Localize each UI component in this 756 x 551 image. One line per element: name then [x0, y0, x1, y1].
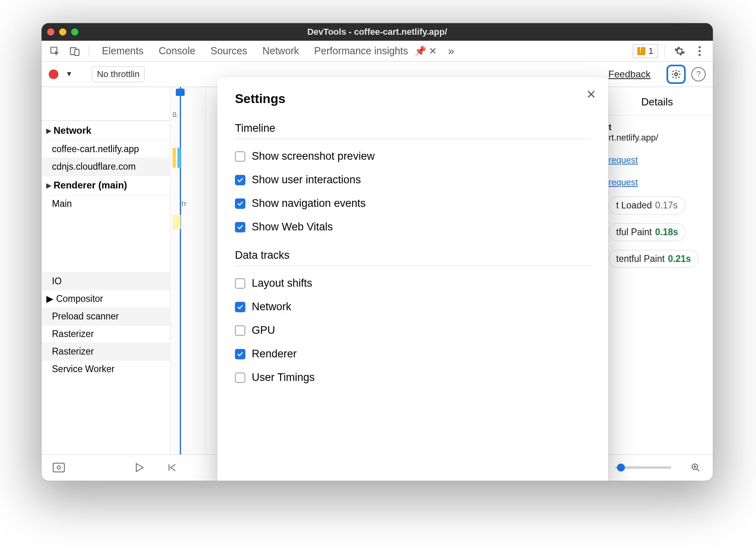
metric-value: 0.21s — [668, 254, 691, 264]
checkbox[interactable] — [235, 198, 245, 209]
checkbox[interactable] — [235, 175, 245, 185]
checkbox[interactable] — [235, 349, 245, 359]
warning-icon — [637, 47, 645, 55]
details-request-link[interactable]: request — [609, 177, 638, 188]
close-settings-icon[interactable]: ✕ — [586, 87, 596, 101]
settings-option-row[interactable]: Show screenshot preview — [235, 150, 591, 163]
titlebar: DevTools - coffee-cart.netlify.app/ — [42, 23, 713, 41]
zoom-slider[interactable] — [615, 466, 671, 469]
network-host-row[interactable]: coffee-cart.netlify.app — [42, 140, 170, 158]
metric-pill[interactable]: t Loaded 0.17s — [609, 196, 685, 214]
zoom-slider-thumb[interactable] — [617, 464, 625, 472]
timeline-bar — [177, 148, 181, 168]
renderer-track-row[interactable]: Service Worker — [42, 360, 170, 378]
settings-option-label: User Timings — [252, 371, 315, 384]
zoom-window-button[interactable] — [71, 28, 78, 36]
screenshot-preview-icon[interactable] — [50, 459, 67, 476]
chevron-right-icon: ▶ — [46, 127, 51, 135]
checkbox[interactable] — [235, 278, 245, 289]
devtools-settings-icon[interactable] — [671, 43, 688, 59]
track-label: Compositor — [56, 293, 103, 304]
panel-settings-button[interactable] — [666, 65, 686, 84]
close-tab-icon[interactable]: ✕ — [429, 46, 437, 57]
details-host-line: rt.netlify.app/ — [609, 133, 706, 143]
zoom-in-icon[interactable] — [687, 459, 704, 476]
tab-sources[interactable]: Sources — [211, 45, 247, 57]
settings-option-row[interactable]: Show user interactions — [235, 174, 591, 186]
metric-pill[interactable]: tful Paint 0.18s — [609, 223, 686, 241]
timeline-bar — [173, 148, 176, 168]
rewind-to-start-icon[interactable] — [164, 459, 181, 476]
timeline-tick: 0. — [173, 111, 178, 119]
tab-performance-insights[interactable]: Performance insights — [314, 45, 408, 57]
settings-option-row[interactable]: Show Web Vitals — [235, 221, 591, 233]
settings-option-row[interactable]: Network — [235, 301, 591, 313]
tab-elements[interactable]: Elements — [102, 45, 143, 57]
issues-badge[interactable]: 1 — [633, 44, 658, 58]
network-section-label: Network — [54, 125, 92, 136]
kebab-menu-icon[interactable] — [691, 43, 708, 59]
details-header: Details — [601, 87, 713, 116]
timeline-ruler[interactable]: 0. Iᴛ — [170, 87, 206, 454]
more-tabs-icon[interactable]: » — [448, 45, 454, 57]
metric-label: t Loaded — [616, 200, 652, 211]
throttle-value: No throttlin — [97, 69, 139, 79]
renderer-track-row[interactable]: ▶ Compositor — [42, 290, 170, 307]
renderer-section-label: Renderer (main) — [54, 180, 127, 191]
settings-option-label: Show Web Vitals — [252, 221, 333, 233]
renderer-track-row[interactable]: Rasterizer — [42, 343, 170, 360]
pin-icon[interactable]: 📌 — [414, 46, 426, 57]
settings-option-row[interactable]: User Timings — [235, 371, 591, 384]
record-button[interactable] — [49, 69, 58, 79]
metric-label: tful Paint — [616, 227, 652, 238]
tab-console[interactable]: Console — [159, 45, 195, 57]
details-panel: Details t rt.netlify.app/ request reques… — [601, 87, 713, 454]
renderer-section-header[interactable]: ▶ Renderer (main) — [42, 175, 170, 195]
minimize-window-button[interactable] — [59, 28, 66, 36]
timeline-bar — [173, 215, 181, 229]
inspect-element-icon[interactable] — [46, 43, 63, 59]
checkbox[interactable] — [235, 302, 245, 312]
renderer-track-row[interactable]: IO — [42, 272, 170, 290]
svg-point-6 — [675, 73, 678, 75]
checkbox[interactable] — [235, 373, 245, 383]
settings-section-title: Timeline — [235, 122, 591, 139]
metric-value: 0.18s — [655, 227, 678, 238]
settings-section-title: Data tracks — [235, 249, 591, 266]
help-icon[interactable]: ? — [691, 67, 706, 81]
settings-option-row[interactable]: Renderer — [235, 348, 591, 360]
chevron-right-icon: ▶ — [46, 293, 54, 304]
checkbox[interactable] — [235, 325, 245, 336]
renderer-track-row[interactable]: Main — [42, 195, 170, 212]
details-request-link[interactable]: request — [609, 155, 638, 165]
traffic-lights — [47, 28, 78, 36]
network-section-header[interactable]: ▶ Network — [42, 121, 170, 140]
feedback-link[interactable]: Feedback — [609, 69, 651, 80]
tab-network[interactable]: Network — [263, 45, 299, 57]
checkbox[interactable] — [235, 151, 245, 162]
renderer-track-row[interactable]: Rasterizer — [42, 325, 170, 343]
throttle-select[interactable]: No throttlin — [92, 66, 145, 82]
timeline-cursor[interactable] — [180, 87, 181, 454]
checkbox[interactable] — [235, 222, 245, 232]
settings-option-row[interactable]: Show navigation events — [235, 197, 591, 210]
close-window-button[interactable] — [47, 28, 54, 36]
renderer-track-row[interactable]: Preload scanner — [42, 307, 170, 325]
settings-option-label: Network — [252, 301, 291, 313]
play-icon[interactable] — [131, 459, 148, 476]
metric-pill[interactable]: tentful Paint 0.21s — [609, 250, 698, 268]
settings-option-label: GPU — [252, 324, 275, 337]
chevron-right-icon: ▶ — [46, 182, 51, 189]
settings-title: Settings — [235, 91, 591, 106]
device-toolbar-icon[interactable] — [66, 43, 83, 59]
settings-option-row[interactable]: GPU — [235, 324, 591, 337]
timeline-peek-text: Iᴛ — [181, 200, 187, 208]
tracks-column: ▶ Network coffee-cart.netlify.app cdnjs.… — [42, 87, 170, 454]
svg-point-3 — [698, 46, 700, 48]
panel-tabstrip: Elements Console Sources Network Perform… — [42, 41, 713, 61]
settings-option-row[interactable]: Layout shifts — [235, 277, 591, 289]
details-host-tail: t — [609, 122, 706, 133]
settings-popover: Settings ✕ TimelineShow screenshot previ… — [217, 77, 608, 481]
record-options-dropdown[interactable]: ▼ — [66, 70, 73, 78]
network-host-row[interactable]: cdnjs.cloudflare.com — [42, 158, 170, 175]
